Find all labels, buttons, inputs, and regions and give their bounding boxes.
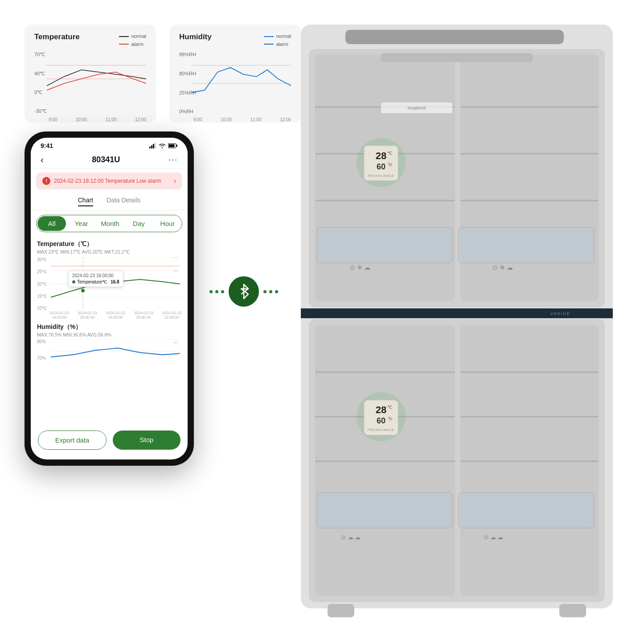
svg-text:⊙ ❄ ☁: ⊙ ❄ ☁ — [350, 264, 370, 271]
temperature-chart-card: Temperature normal alarm 70℃ 40℃ 0℃ -30℃ — [25, 25, 156, 123]
svg-text:FRESHLIANCE: FRESHLIANCE — [368, 174, 394, 177]
humidity-chart-card: Humidity normal alarm 99%RH 80%RH 25%RH … — [169, 25, 301, 123]
phone-humidity-chart-grid: H3 H2 — [49, 339, 181, 364]
period-month[interactable]: Month — [96, 216, 124, 231]
svg-rect-20 — [169, 144, 175, 148]
tooltip-date: 2024-02-23 16:00:00 — [72, 273, 119, 278]
period-year[interactable]: Year — [67, 216, 95, 231]
temperature-chart-area: 70℃ 40℃ 0℃ -30℃ 40℃ 0℃ — [34, 52, 146, 114]
wifi-icon — [159, 143, 166, 148]
temp-y-labels: 70℃ 40℃ 0℃ -30℃ — [34, 52, 47, 114]
phone-humidity-title: Humidity（%） — [37, 323, 181, 331]
phone-temp-y-labels: 30℃ 25℃ 20℃ 15℃ 10℃ — [37, 257, 47, 311]
alarm-icon: ! — [42, 177, 50, 185]
temperature-chart-title: Temperature — [34, 33, 80, 41]
bluetooth-container — [209, 276, 278, 307]
fridge-svg: innalennt ⊙ ❄ ☁ ⊙ ❄ ☁ 28 ℃ 60 % FRESHLIA… — [292, 25, 617, 617]
phone-nav-bar: ‹ 80341U ··· — [31, 151, 188, 169]
svg-text:℃: ℃ — [387, 405, 392, 410]
charts-section: Temperature normal alarm 70℃ 40℃ 0℃ -30℃ — [25, 25, 301, 123]
more-menu-button[interactable]: ··· — [168, 155, 178, 164]
tooltip-label: Temperature℃ — [77, 279, 107, 284]
phone-temp-title: Temperature（℃） — [37, 240, 181, 248]
alarm-text: 2024-02-23 18:12:00 Temperature Low alar… — [54, 178, 174, 184]
svg-text:H3: H3 — [173, 257, 178, 259]
humidity-chart-title: Humidity — [179, 33, 212, 41]
temperature-legend: normal alarm — [119, 33, 146, 48]
bluetooth-icon — [229, 276, 259, 307]
status-icons — [149, 143, 178, 148]
phone-humidity-stats: MAX:76.5% MIN:36.6% AVG:56.8% — [37, 332, 181, 337]
svg-text:H2: H2 — [173, 353, 178, 357]
humidity-x-labels: 9:00 10:00 11:00 12:00 — [193, 117, 291, 122]
svg-rect-16 — [153, 144, 154, 148]
humidity-legend: normal alarm — [264, 33, 291, 48]
bt-dots-left — [209, 290, 224, 293]
svg-rect-19 — [176, 145, 178, 147]
phone-temp-x-labels: 2024-02-2314:00:00 2024-02-2316:00:00 20… — [49, 311, 181, 320]
period-hour[interactable]: Hour — [153, 216, 182, 231]
svg-rect-80 — [328, 604, 354, 617]
humidity-chart-area: 99%RH 80%RH 25%RH 0%RH 80%RH 25%RH — [179, 52, 291, 114]
phone-status-bar: 9:41 — [31, 138, 188, 151]
svg-rect-46 — [381, 53, 533, 62]
svg-text:H2: H2 — [173, 269, 178, 273]
svg-text:H3: H3 — [173, 340, 178, 345]
svg-point-30 — [81, 289, 85, 292]
phone-humidity-chart: 80% 70% H3 H2 — [37, 339, 181, 369]
tab-chart[interactable]: Chart — [78, 197, 93, 206]
alarm-arrow: › — [174, 177, 176, 185]
svg-rect-49 — [317, 227, 452, 263]
humidity-svg-container: 80%RH 25%RH — [192, 52, 291, 106]
phone-temp-chart-section: Temperature（℃） MAX:23℃ MIN:17℃ AVG:20℃ M… — [31, 237, 188, 320]
bt-dots-right — [263, 290, 278, 293]
sensor-temp-bottom: 28 — [376, 404, 386, 415]
period-selector: All Year Month Day Hour — [36, 215, 182, 232]
phone-action-buttons: Export data Stop — [31, 427, 188, 453]
svg-rect-17 — [155, 143, 156, 148]
svg-text:innalennt: innalennt — [408, 106, 426, 111]
battery-icon — [168, 143, 178, 148]
stop-button[interactable]: Stop — [113, 431, 180, 450]
back-button[interactable]: ‹ — [41, 155, 44, 165]
status-time: 9:41 — [41, 142, 53, 149]
signal-icon — [149, 143, 156, 148]
phone-temp-stats: MAX:23℃ MIN:17℃ AVG:20℃ MKT:21.2℃ — [37, 249, 181, 254]
phone-humidity-y-labels: 80% 70% — [37, 339, 46, 361]
svg-rect-81 — [559, 604, 586, 617]
tab-data-details[interactable]: Data Details — [107, 197, 140, 206]
svg-rect-70 — [317, 492, 452, 528]
svg-rect-36 — [345, 30, 564, 44]
svg-text:%: % — [388, 162, 392, 167]
sensor-temp-top: 28 — [376, 150, 386, 161]
svg-rect-14 — [149, 147, 151, 148]
svg-rect-39 — [460, 55, 599, 301]
svg-rect-15 — [151, 145, 152, 148]
chart-tooltip: 2024-02-23 16:00:00 Temperature℃ 16.8 — [68, 271, 123, 287]
bluetooth-svg — [236, 283, 252, 300]
period-day[interactable]: Day — [124, 216, 153, 231]
tooltip-value: 16.8 — [111, 279, 119, 284]
device-id: 80341U — [92, 155, 120, 164]
export-data-button[interactable]: Export data — [38, 431, 107, 450]
svg-text:venine: venine — [550, 311, 570, 316]
svg-text:⊙ ☁ ☁: ⊙ ☁ ☁ — [484, 534, 503, 541]
sensor-humidity-top: 60 — [377, 162, 386, 171]
svg-text:FRESHLIANCE: FRESHLIANCE — [368, 428, 394, 431]
phone-screen: 9:41 — [31, 138, 188, 459]
svg-text:℃: ℃ — [387, 151, 392, 156]
svg-text:%: % — [388, 416, 392, 421]
phone-temp-chart-grid: H3 H2 H1 — [49, 257, 181, 311]
tab-selector: Chart Data Details — [31, 193, 188, 210]
phone-humidity-section: Humidity（%） MAX:76.5% MIN:36.6% AVG:56.8… — [31, 321, 188, 369]
period-all[interactable]: All — [37, 216, 66, 231]
temp-x-labels: 9:00 10:00 11:00 12:00 — [49, 117, 146, 122]
phone-container: 9:41 — [25, 131, 194, 466]
sensor-humidity-bottom: 60 — [377, 416, 386, 425]
svg-rect-71 — [459, 492, 594, 528]
fridge-container: innalennt ⊙ ❄ ☁ ⊙ ❄ ☁ 28 ℃ 60 % FRESHLIA… — [292, 25, 631, 617]
alarm-banner[interactable]: ! 2024-02-23 18:12:00 Temperature Low al… — [36, 172, 182, 189]
phone-frame: 9:41 — [25, 131, 194, 466]
temp-svg-container: 40℃ 0℃ — [47, 52, 146, 106]
phone-temp-chart: 30℃ 25℃ 20℃ 15℃ 10℃ — [37, 257, 181, 320]
